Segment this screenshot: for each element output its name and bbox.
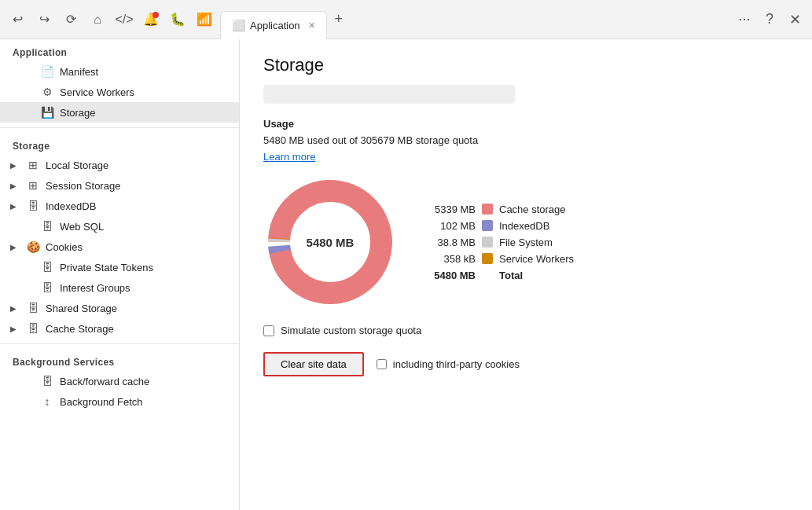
sidebar-item-label: Manifest [60, 66, 233, 78]
close-button[interactable]: ✕ [784, 9, 806, 31]
chart-row: 5480 MB 5339 MB Cache storage 102 MB Ind… [263, 175, 788, 309]
simulate-quota-label[interactable]: Simulate custom storage quota [281, 325, 421, 336]
sidebar-item-private-state-tokens[interactable]: 🗄 Private State Tokens [0, 257, 239, 277]
sidebar-item-cache-storage[interactable]: ▶ 🗄 Cache Storage [0, 318, 239, 339]
chart-legend: 5339 MB Cache storage 102 MB IndexedDB 3… [422, 204, 574, 281]
forward-button[interactable]: ↪ [33, 9, 55, 31]
expand-arrow-icon: ▶ [8, 243, 19, 251]
legend-swatch [482, 253, 493, 264]
sidebar-item-label: Private State Tokens [60, 262, 233, 273]
sidebar-item-label: IndexedDB [46, 200, 233, 212]
legend-swatch [482, 220, 493, 231]
bug-button[interactable]: 🐛 [167, 9, 189, 31]
include-third-party-label[interactable]: including third-party cookies [393, 358, 520, 370]
manifest-icon: 📄 [41, 65, 53, 78]
application-tab[interactable]: ⬜ Application ✕ [220, 11, 327, 39]
sidebar-item-label: Local Storage [46, 160, 233, 171]
donut-center-label: 5480 MB [307, 236, 355, 249]
cookies-icon: 🍪 [27, 240, 39, 253]
legend-label: File System [499, 237, 553, 248]
notifications-button[interactable]: 🔔 [140, 9, 162, 31]
background-fetch-icon: ↕ [41, 395, 53, 408]
interest-groups-icon: 🗄 [41, 281, 53, 294]
sidebar-item-label: Background Fetch [60, 396, 233, 408]
divider [0, 343, 239, 344]
reload-button[interactable]: ⟳ [60, 9, 82, 31]
include-third-party-checkbox[interactable] [377, 359, 387, 369]
tab-close-button[interactable]: ✕ [308, 20, 315, 31]
tab-bar: ⬜ Application ✕ + [220, 0, 729, 39]
legend-swatch [482, 237, 493, 248]
sidebar-item-label: Shared Storage [46, 303, 233, 314]
sidebar-item-label: Web SQL [60, 221, 233, 233]
indexeddb-icon: 🗄 [27, 200, 39, 212]
background-section-title: Background Services [0, 349, 239, 371]
legend-value: 102 MB [422, 220, 476, 232]
sidebar-item-service-workers[interactable]: ⚙ Service Workers [0, 82, 239, 102]
sidebar-item-back-forward-cache[interactable]: 🗄 Back/forward cache [0, 371, 239, 391]
more-options-button[interactable]: ··· [733, 9, 755, 31]
simulate-quota-checkbox[interactable] [263, 325, 274, 336]
legend-value: 358 kB [422, 253, 476, 265]
donut-chart: 5480 MB [263, 175, 397, 309]
toolbar-right: ··· ? ✕ [733, 9, 806, 31]
legend-total-value: 5480 MB [422, 270, 476, 281]
private-state-tokens-icon: 🗄 [41, 261, 53, 273]
usage-text: 5480 MB used out of 305679 MB storage qu… [263, 134, 788, 146]
include-third-party-row: including third-party cookies [377, 358, 520, 370]
sidebar-item-cookies[interactable]: ▶ 🍪 Cookies [0, 237, 239, 257]
expand-arrow-icon: ▶ [8, 182, 19, 190]
legend-label: Service Workers [499, 253, 574, 265]
storage-section-title: Storage [0, 133, 239, 155]
sidebar-item-web-sql[interactable]: 🗄 Web SQL [0, 216, 239, 237]
sidebar-item-label: Cookies [46, 241, 233, 253]
service-workers-icon: ⚙ [41, 86, 53, 98]
legend-row: 38.8 MB File System [422, 237, 574, 248]
expand-arrow-icon: ▶ [8, 161, 19, 170]
shared-storage-icon: 🗄 [27, 302, 39, 314]
back-button[interactable]: ↩ [6, 9, 28, 31]
cache-storage-icon: 🗄 [27, 322, 39, 335]
sidebar-item-session-storage[interactable]: ▶ ⊞ Session Storage [0, 175, 239, 196]
legend-value: 38.8 MB [422, 237, 476, 248]
tab-icon: ⬜ [232, 19, 245, 31]
network-button[interactable]: 📶 [193, 9, 215, 31]
storage-icon: 💾 [41, 106, 53, 119]
sidebar: Application 📄 Manifest ⚙ Service Workers… [0, 39, 240, 510]
legend-row: 358 kB Service Workers [422, 253, 574, 265]
sidebar-item-storage[interactable]: 💾 Storage [0, 102, 239, 123]
sidebar-item-interest-groups[interactable]: 🗄 Interest Groups [0, 277, 239, 298]
home-button[interactable]: ⌂ [86, 9, 108, 31]
simulate-quota-row: Simulate custom storage quota [263, 325, 788, 336]
expand-arrow-icon: ▶ [8, 325, 19, 333]
tab-label: Application [250, 20, 300, 31]
expand-arrow-icon: ▶ [8, 304, 19, 313]
legend-value: 5339 MB [422, 204, 476, 215]
browser-toolbar: ↩ ↪ ⟳ ⌂ </> 🔔 🐛 📶 ⬜ Application ✕ + ··· … [0, 0, 812, 39]
clear-site-data-button[interactable]: Clear site data [263, 352, 364, 376]
learn-more-link[interactable]: Learn more [263, 151, 315, 163]
url-display [263, 85, 515, 104]
sidebar-item-label: Service Workers [60, 86, 233, 98]
legend-swatch [482, 204, 493, 215]
sidebar-item-shared-storage[interactable]: ▶ 🗄 Shared Storage [0, 298, 239, 318]
help-button[interactable]: ? [759, 9, 781, 31]
sidebar-item-background-fetch[interactable]: ↕ Background Fetch [0, 391, 239, 412]
sidebar-item-manifest[interactable]: 📄 Manifest [0, 61, 239, 82]
clear-row: Clear site data including third-party co… [263, 352, 788, 376]
session-storage-icon: ⊞ [27, 179, 39, 192]
content-panel: Storage Usage 5480 MB used out of 305679… [240, 39, 812, 510]
page-title: Storage [263, 55, 788, 75]
sidebar-item-indexeddb[interactable]: ▶ 🗄 IndexedDB [0, 196, 239, 216]
app-section-title: Application [0, 39, 239, 61]
expand-arrow-icon: ▶ [8, 202, 19, 211]
legend-total-label: Total [499, 270, 523, 281]
sidebar-item-local-storage[interactable]: ▶ ⊞ Local Storage [0, 155, 239, 175]
legend-label: Cache storage [499, 204, 566, 215]
web-sql-icon: 🗄 [41, 220, 53, 233]
legend-label: IndexedDB [499, 220, 549, 232]
sidebar-item-label: Session Storage [46, 180, 233, 192]
source-button[interactable]: </> [113, 9, 135, 31]
main-area: Application 📄 Manifest ⚙ Service Workers… [0, 39, 812, 510]
add-tab-button[interactable]: + [329, 8, 350, 31]
